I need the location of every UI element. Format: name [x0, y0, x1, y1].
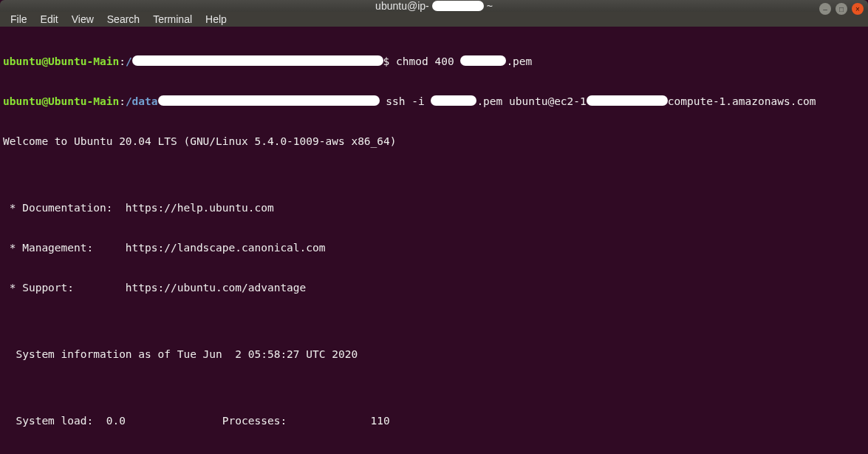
prompt1-cmd-a: $ chmod 400	[383, 55, 461, 67]
prompt1-colon: :	[119, 55, 126, 67]
motd-doc: * Documentation: https://help.ubuntu.com	[3, 201, 865, 214]
redacted-title-segment	[432, 1, 484, 11]
redacted-segment	[158, 95, 380, 106]
prompt1-userhost: ubuntu@Ubuntu-Main	[3, 55, 119, 67]
window-controls: – □ ×	[819, 3, 864, 15]
prompt2-userhost: ubuntu@Ubuntu-Main	[3, 95, 119, 107]
prompt2-colon: :	[119, 95, 126, 107]
prompt2-cmd-b: .pem ubuntu@ec2-1	[476, 95, 586, 107]
minimize-button[interactable]: –	[819, 3, 831, 15]
sysinfo-row1: System load: 0.0 Processes: 110	[3, 414, 865, 427]
motd-welcome: Welcome to Ubuntu 20.04 LTS (GNU/Linux 5…	[3, 135, 865, 148]
menu-edit[interactable]: Edit	[35, 12, 64, 27]
prompt2-cmd-c: compute-1.amazonaws.com	[668, 95, 816, 107]
motd-mgmt: * Management: https://landscape.canonica…	[3, 241, 865, 254]
sysinfo-header: System information as of Tue Jun 2 05:58…	[3, 348, 865, 361]
close-button[interactable]: ×	[852, 3, 864, 15]
prompt1-path: /	[126, 55, 132, 67]
menu-terminal[interactable]: Terminal	[147, 12, 198, 27]
maximize-button[interactable]: □	[835, 3, 847, 15]
menu-file[interactable]: File	[4, 12, 33, 27]
prompt-line-2: ubuntu@Ubuntu-Main:/data ssh -i .pem ubu…	[3, 95, 865, 108]
menu-help[interactable]: Help	[199, 12, 233, 27]
prompt2-path: /data	[126, 95, 158, 107]
terminal-area[interactable]: ubuntu@Ubuntu-Main:/$ chmod 400 .pem ubu…	[0, 27, 868, 454]
redacted-segment	[460, 55, 506, 66]
titlebar[interactable]: ubuntu@ip- ~ – □ ×	[0, 0, 868, 12]
title-prefix: ubuntu@ip-	[375, 0, 429, 12]
title-suffix: ~	[487, 0, 493, 12]
motd-support: * Support: https://ubuntu.com/advantage	[3, 281, 865, 294]
menu-search[interactable]: Search	[101, 12, 146, 27]
window-title: ubuntu@ip- ~	[375, 0, 493, 12]
redacted-segment	[587, 95, 668, 106]
redacted-segment	[132, 55, 383, 66]
redacted-segment	[431, 95, 476, 106]
prompt2-cmd-a: ssh -i	[380, 95, 431, 107]
prompt1-cmd-b: .pem	[506, 55, 532, 67]
menubar: File Edit View Search Terminal Help	[0, 12, 868, 27]
menu-view[interactable]: View	[66, 12, 100, 27]
prompt-line-1: ubuntu@Ubuntu-Main:/$ chmod 400 .pem	[3, 55, 865, 68]
terminal-window: ubuntu@ip- ~ – □ × File Edit View Search…	[0, 0, 868, 454]
